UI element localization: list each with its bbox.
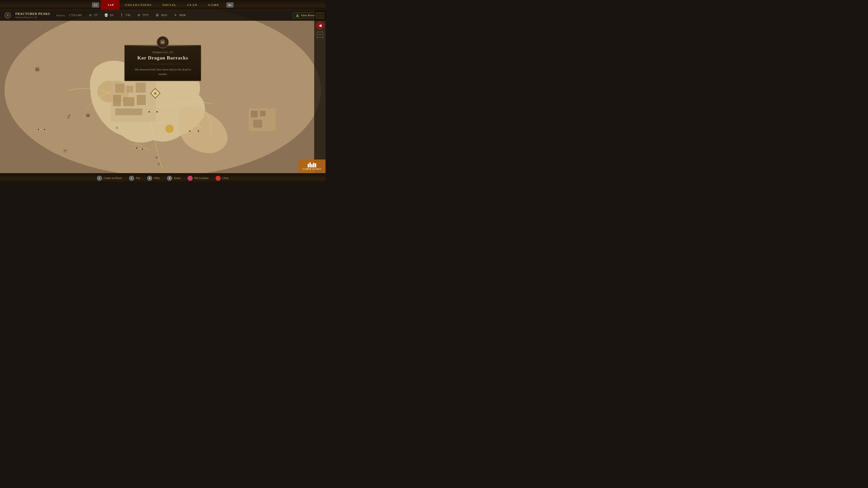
fork-marker-3[interactable]: ⚔ xyxy=(157,162,160,166)
dungeon-stat-icon: 💀 xyxy=(104,13,108,18)
dungeon-divider xyxy=(130,64,195,64)
svg-point-14 xyxy=(165,125,174,133)
gg-bar-2 xyxy=(309,162,311,167)
cellars-value: 16/23 xyxy=(161,13,167,17)
close-action[interactable]: ○ Close xyxy=(216,176,228,181)
cellar-icon: 🏛 xyxy=(155,13,160,18)
svg-rect-13 xyxy=(115,108,143,115)
zoom-action[interactable]: R Zoom xyxy=(167,176,180,181)
gamer-guides-branding: GAMER GUIDES xyxy=(303,162,321,170)
triangle-icon xyxy=(296,14,299,17)
waypoints-value: 7/7 xyxy=(94,13,97,17)
subtitle-bar: ⏸ FRACTURED PEAKS Sarkova Pass (Lv. 25) … xyxy=(0,10,326,21)
svg-rect-2 xyxy=(249,108,276,131)
svg-rect-5 xyxy=(253,120,262,128)
region-info: FRACTURED PEAKS Sarkova Pass (Lv. 25) xyxy=(16,12,50,19)
l-button-center: L xyxy=(97,176,102,181)
top-nav-bar: L1 MAP COLLECTIONS SOCIAL CLAN GAME R1 xyxy=(0,0,326,10)
dungeon-info-box: Dungeon (Lv. 25) Kor Dragan Barracks The… xyxy=(124,45,201,81)
trident-marker[interactable]: ⚔ xyxy=(155,155,158,160)
gg-bar-chart xyxy=(308,162,316,167)
svg-point-1 xyxy=(4,4,321,176)
region-sublabel: Sarkova Pass (Lv. 25) xyxy=(16,16,50,19)
bottom-bar: L Center on Player L Pan R Filter R Zoom… xyxy=(0,173,326,183)
svg-rect-0 xyxy=(0,0,326,183)
svg-rect-10 xyxy=(113,95,121,106)
events-value: 28/28 xyxy=(179,13,185,17)
close-label: Close xyxy=(222,176,228,180)
panel-toggle-button[interactable]: › xyxy=(316,12,324,19)
nav-clan-tab[interactable]: CLAN xyxy=(182,0,203,10)
challenge-icon: ⚙ xyxy=(136,13,141,18)
right-panel: › ◀ + xyxy=(314,10,326,173)
challenges-value: 77/77 xyxy=(143,13,149,17)
svg-rect-6 xyxy=(111,81,156,122)
map-background xyxy=(0,0,326,183)
gg-bar-1 xyxy=(308,164,309,167)
dungeons-value: 3/3 xyxy=(110,13,113,17)
waypoint-icon: ⊕ xyxy=(88,13,93,18)
square-button-pin: □ xyxy=(188,176,193,181)
dungeon-popup: 🏛 Dungeon (Lv. 25) Kor Dragan Barracks T… xyxy=(124,36,201,81)
event-icon: ✦ xyxy=(174,13,178,18)
svg-rect-8 xyxy=(127,86,133,93)
r-button-filter: R xyxy=(147,176,152,181)
stat-quests: ❗ 7/35 xyxy=(120,13,130,18)
renown-value: 1,725/2,495 xyxy=(69,13,82,17)
arrow-left-icon: ◀ xyxy=(319,23,321,28)
center-on-player-action[interactable]: L Center on Player xyxy=(97,176,122,181)
svg-point-15 xyxy=(167,126,172,131)
nav-collections-tab[interactable]: COLLECTIONS xyxy=(120,0,157,10)
l-button-pan: L xyxy=(129,176,134,181)
circle-button-close: ○ xyxy=(216,176,221,181)
dungeon-map-marker[interactable]: ⊞ xyxy=(150,88,161,99)
stat-cellars: 🏛 16/23 xyxy=(155,13,167,18)
dungeon-building-icon: 🏛 xyxy=(160,39,165,45)
stat-waypoints: ⊕ 7/7 xyxy=(88,13,97,18)
pan-action[interactable]: L Pan xyxy=(129,176,140,181)
renown-group: Renown: 1,725/2,495 xyxy=(56,13,82,17)
add-button[interactable]: + xyxy=(317,32,323,38)
building-marker-1[interactable]: 🏛 xyxy=(35,67,40,72)
center-on-player-label: Center on Player xyxy=(104,176,122,180)
r1-button[interactable]: R1 xyxy=(226,2,234,7)
shrine-marker[interactable]: ⛩ xyxy=(63,149,67,154)
fork-marker-2[interactable]: ⚔ xyxy=(115,125,119,130)
enemy-marker[interactable]: ☠ xyxy=(67,115,70,120)
plus-icon: + xyxy=(319,33,321,37)
nav-game-tab[interactable]: GAME xyxy=(203,0,224,10)
svg-rect-7 xyxy=(115,84,124,93)
r-button-zoom: R xyxy=(167,176,172,181)
pin-location-action[interactable]: □ Pin Location xyxy=(188,176,209,181)
gg-bar-5 xyxy=(315,163,316,167)
stat-dungeons: 💀 3/3 xyxy=(104,13,113,18)
gamer-guides-text: GAMER GUIDES xyxy=(303,168,321,170)
left-nav-arrow[interactable]: ◀ xyxy=(316,21,324,29)
dungeon-icon-circle: 🏛 xyxy=(157,36,169,48)
gg-bar-3 xyxy=(311,164,313,167)
region-name: FRACTURED PEAKS xyxy=(16,12,50,16)
renown-label: Renown: xyxy=(56,14,65,17)
svg-rect-12 xyxy=(137,95,146,105)
nav-map-tab[interactable]: MAP xyxy=(101,0,120,10)
quest-icon: ❗ xyxy=(120,13,124,18)
nav-social-tab[interactable]: SOCIAL xyxy=(157,0,182,10)
l1-button[interactable]: L1 xyxy=(92,2,99,7)
dungeon-type-label: Dungeon (Lv. 25) xyxy=(130,51,195,54)
svg-rect-4 xyxy=(260,111,266,116)
filter-label: Filter xyxy=(154,176,160,180)
svg-rect-3 xyxy=(251,111,258,118)
dungeon-description: The honored halls have been left for the… xyxy=(130,67,195,76)
quests-value: 7/35 xyxy=(125,13,130,17)
chevron-right-icon: › xyxy=(320,14,320,18)
stat-events: ✦ 28/28 xyxy=(174,13,185,18)
building-marker-2[interactable]: 🏛 xyxy=(86,113,90,118)
gg-bar-4 xyxy=(313,163,314,167)
pause-button[interactable]: ⏸ xyxy=(4,12,11,19)
zoom-label: Zoom xyxy=(174,176,180,180)
filter-action[interactable]: R Filter xyxy=(147,176,160,181)
pan-label: Pan xyxy=(136,176,140,180)
gamer-guides-logo: GAMER GUIDES xyxy=(298,160,326,173)
svg-rect-11 xyxy=(123,97,134,106)
svg-text:⊞: ⊞ xyxy=(154,92,157,95)
